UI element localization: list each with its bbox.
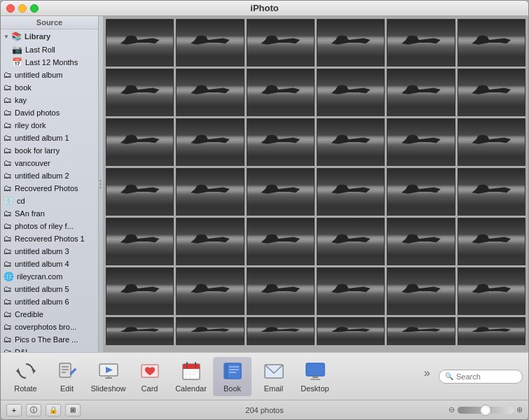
dl-icon: 🗂 <box>4 347 12 352</box>
sidebar-item-coverphotos[interactable]: 🗂 coverphotos bro... <box>1 321 98 333</box>
photo-thumb[interactable] <box>176 19 244 66</box>
sidebar-item-riley-dork[interactable]: 🗂 riley dork <box>1 119 98 132</box>
photo-thumb[interactable] <box>247 69 315 116</box>
photo-thumb[interactable] <box>106 69 174 116</box>
photo-thumb[interactable] <box>458 168 525 216</box>
search-box[interactable]: 🔍 <box>439 370 523 384</box>
sidebar-group-library[interactable]: ▼ 📚 Library <box>1 29 98 43</box>
photo-thumb[interactable] <box>176 118 244 166</box>
sidebar-item-last-roll[interactable]: 📷 Last Roll <box>1 43 98 56</box>
photo-thumb[interactable] <box>317 317 385 345</box>
photo-thumb[interactable] <box>247 118 315 166</box>
more-button[interactable]: » <box>424 367 430 379</box>
sidebar-item-david[interactable]: 🗂 David photos <box>1 106 98 119</box>
photo-thumb[interactable] <box>247 19 315 66</box>
photo-thumb[interactable] <box>176 218 244 265</box>
photo-thumb[interactable] <box>176 69 244 116</box>
lock-button[interactable]: 🔒 <box>46 404 61 416</box>
sidebar-item-book-larry[interactable]: 🗂 book for larry <box>1 144 98 157</box>
sidebar-item-book[interactable]: 🗂 book <box>1 81 98 94</box>
photo-thumb[interactable] <box>458 118 525 166</box>
sidebar-item-vancouver[interactable]: 🗂 vancouver <box>1 157 98 169</box>
coverphotos-label: coverphotos bro... <box>15 323 76 331</box>
photo-thumb[interactable] <box>387 69 455 116</box>
minimize-button[interactable] <box>18 4 27 13</box>
photo-thumb[interactable] <box>317 168 385 216</box>
size-slider[interactable] <box>458 407 514 414</box>
sidebar-scroll[interactable]: ▼ 📚 Library 📷 Last Roll 📅 Last 12 Months… <box>1 29 98 352</box>
sidebar-item-untitled2[interactable]: 🗂 untitled album 2 <box>1 169 98 182</box>
sidebar-resize-handle[interactable] <box>99 16 103 352</box>
email-button[interactable]: Email <box>254 357 293 396</box>
svg-marker-1 <box>16 368 19 374</box>
photo-thumb[interactable] <box>247 168 315 216</box>
sidebar-item-credible[interactable]: 🗂 Credible <box>1 308 98 321</box>
photo-thumb[interactable] <box>317 267 385 315</box>
size-button[interactable]: ⊞ <box>65 404 81 416</box>
sidebar-item-untitled4[interactable]: 🗂 untitled album 4 <box>1 258 98 270</box>
photo-thumb[interactable] <box>247 218 315 265</box>
sidebar-item-untitled5[interactable]: 🗂 untitled album 5 <box>1 283 98 295</box>
sidebar-item-photos-riley[interactable]: 🗂 photos of riley f... <box>1 220 98 232</box>
calendar-button[interactable]: Calendar <box>172 357 210 396</box>
sidebar-item-sanfran[interactable]: 🗂 SAn fran <box>1 207 98 220</box>
photo-thumb[interactable] <box>387 118 455 166</box>
photo-grid-area[interactable] <box>103 16 528 352</box>
photo-thumb[interactable] <box>317 118 385 166</box>
sidebar-item-cd[interactable]: 💿 cd <box>1 195 98 207</box>
edit-icon <box>56 360 78 382</box>
photo-thumb[interactable] <box>387 267 455 315</box>
svg-rect-21 <box>184 377 187 378</box>
photo-thumb[interactable] <box>176 267 244 315</box>
photo-thumb[interactable] <box>247 317 315 345</box>
desktop-button[interactable]: Desktop <box>296 357 334 396</box>
photo-row <box>106 118 525 166</box>
sidebar-item-last-12[interactable]: 📅 Last 12 Months <box>1 56 98 69</box>
svg-marker-0 <box>33 368 36 374</box>
slideshow-button[interactable]: Slideshow <box>89 357 128 396</box>
sidebar-item-pics-bare[interactable]: 🗂 Pics o The Bare ... <box>1 333 98 346</box>
photo-thumb[interactable] <box>387 218 455 265</box>
photo-thumb[interactable] <box>458 19 525 66</box>
photo-thumb[interactable] <box>176 168 244 216</box>
last-12-label: Last 12 Months <box>25 58 78 66</box>
add-button[interactable]: + <box>6 404 22 416</box>
close-button[interactable] <box>6 4 15 13</box>
photo-thumb[interactable] <box>106 19 174 66</box>
info-button[interactable]: ⓘ <box>26 404 41 416</box>
sidebar-item-untitled1[interactable]: 🗂 untitled album <box>1 69 98 81</box>
ua2-label: untitled album 2 <box>15 172 69 180</box>
photo-thumb[interactable] <box>387 317 455 345</box>
photo-thumb[interactable] <box>247 267 315 315</box>
sidebar-item-dl[interactable]: 🗂 D&L <box>1 346 98 352</box>
photo-thumb[interactable] <box>387 168 455 216</box>
photo-thumb[interactable] <box>458 317 525 345</box>
photo-thumb[interactable] <box>387 19 455 66</box>
maximize-button[interactable] <box>30 4 39 13</box>
edit-button[interactable]: Edit <box>48 357 86 396</box>
sidebar-item-rileycran[interactable]: 🌐 rileycran.com <box>1 270 98 283</box>
sidebar-item-kay[interactable]: 🗂 kay <box>1 94 98 106</box>
photo-thumb[interactable] <box>176 317 244 345</box>
photo-thumb[interactable] <box>317 218 385 265</box>
sidebar-item-untitled6[interactable]: 🗂 untitled album 6 <box>1 295 98 308</box>
sidebar-item-recovered[interactable]: 🗂 Recovered Photos <box>1 182 98 195</box>
photo-thumb[interactable] <box>317 19 385 66</box>
photo-thumb[interactable] <box>106 267 174 315</box>
photo-thumb[interactable] <box>458 69 525 116</box>
book-button[interactable]: Book <box>213 357 252 396</box>
photo-thumb[interactable] <box>106 317 174 345</box>
photo-thumb[interactable] <box>106 218 174 265</box>
photo-thumb[interactable] <box>106 118 174 166</box>
photo-thumb[interactable] <box>106 168 174 216</box>
photo-thumb[interactable] <box>458 267 525 315</box>
card-button[interactable]: Card <box>130 357 169 396</box>
sidebar-item-untitled-album-1[interactable]: 🗂 untitled album 1 <box>1 132 98 144</box>
sidebar-item-recovered1[interactable]: 🗂 Recovered Photos 1 <box>1 232 98 245</box>
photo-thumb[interactable] <box>317 69 385 116</box>
rotate-button[interactable]: Rotate <box>6 357 45 396</box>
ua4-label: untitled album 4 <box>15 260 69 268</box>
search-input[interactable] <box>456 372 512 381</box>
photo-thumb[interactable] <box>458 218 525 265</box>
sidebar-item-untitled3[interactable]: 🗂 untitled album 3 <box>1 245 98 258</box>
